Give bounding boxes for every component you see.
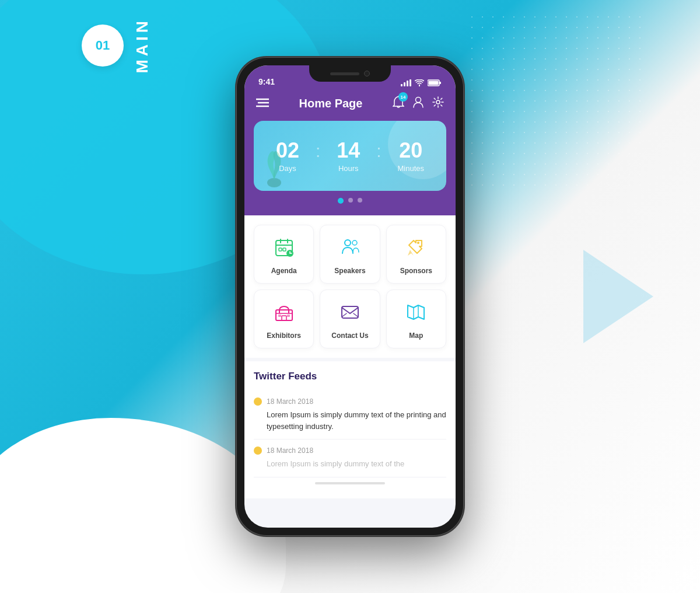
- exhibitors-icon: [274, 302, 295, 326]
- main-label: 01 MAIN: [82, 18, 152, 74]
- svg-rect-5: [439, 82, 441, 84]
- hours-label: Hours: [338, 164, 359, 173]
- tweet-text-2: Lorem Ipsum is simply dummy text of the: [254, 458, 446, 470]
- countdown-card: 02 Days : 14 Hours : 20 Minutes: [254, 121, 446, 191]
- dot-1[interactable]: [338, 198, 344, 204]
- svg-rect-26: [282, 316, 286, 320]
- agenda-icon: [274, 237, 295, 261]
- svg-point-22: [345, 240, 351, 246]
- twitter-feeds-title: Twitter Feeds: [254, 371, 446, 382]
- countdown-minutes: 20 Minutes: [398, 138, 425, 173]
- profile-button[interactable]: [412, 96, 424, 111]
- menu-grid: Agenda Speakers: [254, 225, 446, 348]
- countdown-hours: 14 Hours: [337, 138, 360, 173]
- hours-divider: :: [376, 141, 381, 161]
- scroll-bar: [315, 482, 385, 484]
- svg-rect-30: [342, 306, 358, 318]
- notification-badge: 14: [398, 92, 408, 102]
- map-label: Map: [409, 332, 423, 340]
- svg-rect-18: [283, 248, 286, 251]
- tweet-dot-icon-2: [254, 447, 262, 455]
- menu-item-agenda[interactable]: Agenda: [254, 225, 314, 284]
- phone-frame: 9:41: [236, 57, 464, 536]
- menu-item-contact-us[interactable]: Contact Us: [320, 289, 380, 348]
- number-circle: 01: [82, 25, 124, 67]
- status-icons: [401, 79, 442, 86]
- menu-item-sponsors[interactable]: Sponsors: [386, 225, 446, 284]
- svg-point-24: [417, 242, 419, 244]
- speaker-grill: [330, 72, 359, 75]
- svg-point-10: [416, 97, 421, 103]
- tweet-dot-icon-1: [254, 397, 262, 406]
- user-icon: [412, 96, 424, 109]
- tweet-date-2: 18 March 2018: [267, 447, 313, 455]
- phone-mockup: 9:41: [236, 57, 464, 536]
- bg-triangle: [583, 250, 653, 343]
- days-label: Days: [279, 164, 296, 173]
- speakers-icon: [340, 237, 360, 261]
- svg-rect-17: [279, 248, 282, 251]
- svg-rect-6: [429, 81, 439, 85]
- tweet-text-1: Lorem Ipsum is simply dummy text of the …: [254, 409, 446, 432]
- svg-rect-28: [278, 315, 281, 317]
- header-action-icons: 14: [393, 96, 444, 111]
- menu-item-exhibitors[interactable]: Exhibitors: [254, 289, 314, 348]
- phone-notch: [309, 65, 391, 82]
- tweet-item-2: 18 March 2018 Lorem Ipsum is simply dumm…: [254, 439, 446, 477]
- settings-button[interactable]: [432, 96, 444, 111]
- contact-us-label: Contact Us: [331, 332, 368, 340]
- svg-rect-29: [287, 315, 290, 317]
- contact-icon: [340, 302, 360, 326]
- scroll-indicator: [254, 477, 446, 489]
- slide-number: 01: [96, 38, 110, 53]
- svg-rect-3: [410, 79, 411, 86]
- dot-2[interactable]: [348, 198, 353, 203]
- signal-icon: [401, 79, 411, 86]
- countdown-carousel: 02 Days : 14 Hours : 20 Minutes: [244, 121, 456, 215]
- twitter-feeds-section: Twitter Feeds 18 March 2018 Lorem Ipsum …: [244, 358, 456, 498]
- bg-dots-pattern: [467, 12, 642, 187]
- tweet-header-1: 18 March 2018: [254, 397, 446, 406]
- agenda-label: Agenda: [271, 267, 297, 275]
- page-title: Home Page: [299, 97, 363, 110]
- status-time: 9:41: [258, 77, 275, 86]
- menu-grid-section: Agenda Speakers: [244, 215, 456, 358]
- svg-rect-2: [407, 81, 408, 86]
- days-divider: :: [316, 141, 320, 161]
- minutes-label: Minutes: [398, 164, 425, 173]
- hours-number: 14: [337, 138, 360, 163]
- sponsors-icon: [405, 237, 426, 261]
- tweet-date-1: 18 March 2018: [267, 397, 313, 406]
- app-header: Home Page 14: [244, 91, 456, 121]
- sponsors-label: Sponsors: [400, 267, 432, 275]
- notification-button[interactable]: 14: [393, 96, 404, 111]
- menu-button[interactable]: [256, 97, 269, 110]
- front-camera: [364, 71, 370, 76]
- svg-rect-1: [404, 82, 405, 86]
- menu-item-speakers[interactable]: Speakers: [320, 225, 380, 284]
- svg-point-23: [352, 240, 357, 245]
- phone-screen: 9:41: [244, 65, 456, 528]
- battery-icon: [428, 79, 442, 86]
- exhibitors-label: Exhibitors: [267, 332, 301, 340]
- gear-icon: [432, 96, 444, 108]
- main-text: MAIN: [133, 18, 152, 74]
- hamburger-icon: [256, 98, 269, 107]
- svg-line-31: [342, 313, 346, 317]
- speakers-label: Speakers: [334, 267, 365, 275]
- svg-point-11: [436, 100, 440, 104]
- svg-rect-0: [401, 84, 402, 86]
- map-icon: [405, 302, 426, 326]
- wifi-icon: [415, 79, 424, 86]
- carousel-dots: [254, 191, 446, 204]
- minutes-number: 20: [398, 138, 425, 163]
- dot-3[interactable]: [358, 198, 362, 203]
- tweet-item-1: 18 March 2018 Lorem Ipsum is simply dumm…: [254, 390, 446, 439]
- tweet-header-2: 18 March 2018: [254, 447, 446, 455]
- svg-line-32: [354, 313, 358, 317]
- menu-item-map[interactable]: Map: [386, 289, 446, 348]
